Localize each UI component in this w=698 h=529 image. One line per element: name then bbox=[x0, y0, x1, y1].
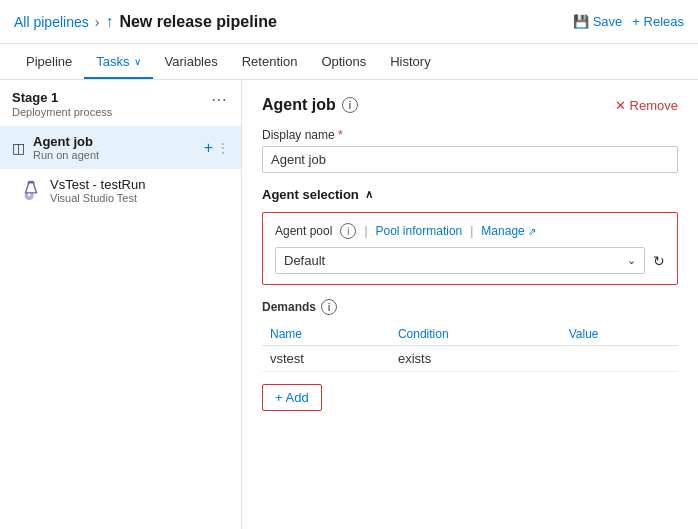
external-link-icon: ⇗ bbox=[528, 226, 536, 237]
content-area: Agent job i ✕ Remove Display name * Agen… bbox=[242, 80, 698, 529]
breadcrumb-separator: › bbox=[95, 14, 100, 30]
tab-variables[interactable]: Variables bbox=[153, 46, 230, 79]
content-header: Agent job i ✕ Remove bbox=[262, 96, 678, 114]
content-title: Agent job i bbox=[262, 96, 358, 114]
release-button[interactable]: + Releas bbox=[632, 14, 684, 29]
agent-job-info-icon[interactable]: i bbox=[342, 97, 358, 113]
pool-selected-value: Default bbox=[284, 253, 325, 268]
svg-rect-0 bbox=[28, 180, 34, 182]
col-value: Value bbox=[561, 323, 678, 346]
sep-2: | bbox=[470, 224, 473, 238]
stage-title: Stage 1 bbox=[12, 90, 112, 105]
remove-button[interactable]: ✕ Remove bbox=[615, 98, 678, 113]
display-name-label: Display name * bbox=[262, 128, 678, 142]
stage-info: Stage 1 Deployment process bbox=[12, 90, 112, 118]
agent-pool-header: Agent pool i | Pool information | Manage… bbox=[275, 223, 665, 239]
breadcrumb-all-pipelines[interactable]: All pipelines bbox=[14, 14, 89, 30]
tasks-caret: ∨ bbox=[134, 56, 141, 67]
pool-refresh-button[interactable]: ↻ bbox=[653, 253, 665, 269]
stage-sub: Deployment process bbox=[12, 106, 112, 118]
agent-job-add-button[interactable]: + bbox=[204, 139, 213, 157]
stage-ellipsis-button[interactable]: ⋯ bbox=[209, 90, 229, 109]
pool-information-link[interactable]: Pool information bbox=[376, 224, 463, 238]
vstest-title: VsTest - testRun bbox=[50, 177, 145, 192]
tab-options[interactable]: Options bbox=[309, 46, 378, 79]
manage-link[interactable]: Manage ⇗ bbox=[481, 224, 535, 238]
col-condition: Condition bbox=[390, 323, 561, 346]
vstest-info: VsTest - testRun Visual Studio Test bbox=[50, 177, 145, 204]
stage-header: Stage 1 Deployment process ⋯ bbox=[0, 80, 241, 126]
tab-history[interactable]: History bbox=[378, 46, 442, 79]
agent-job-sub: Run on agent bbox=[33, 149, 99, 161]
content-title-text: Agent job bbox=[262, 96, 336, 114]
svg-point-1 bbox=[28, 193, 31, 196]
remove-label: Remove bbox=[630, 98, 678, 113]
demands-info-icon[interactable]: i bbox=[321, 299, 337, 315]
display-name-input[interactable] bbox=[262, 146, 678, 173]
add-demand-label: + Add bbox=[275, 390, 309, 405]
display-name-required: * bbox=[338, 128, 343, 142]
save-label: Save bbox=[593, 14, 623, 29]
demands-title: Demands i bbox=[262, 299, 678, 315]
sidebar-vstest[interactable]: VsTest - testRun Visual Studio Test bbox=[0, 169, 241, 212]
demand-condition: exists bbox=[390, 346, 561, 372]
agent-pool-box: Agent pool i | Pool information | Manage… bbox=[262, 212, 678, 285]
agent-job-left: ◫ Agent job Run on agent bbox=[12, 134, 99, 161]
breadcrumb-area: All pipelines › ↑ New release pipeline bbox=[14, 13, 277, 31]
demands-table: Name Condition Value vstest exists bbox=[262, 323, 678, 372]
save-icon: 💾 bbox=[573, 14, 589, 29]
tab-pipeline[interactable]: Pipeline bbox=[14, 46, 84, 79]
vstest-sub: Visual Studio Test bbox=[50, 192, 145, 204]
drag-handle[interactable]: ⋮ bbox=[217, 141, 229, 155]
table-row: vstest exists bbox=[262, 346, 678, 372]
demand-value bbox=[561, 346, 678, 372]
pipeline-icon: ↑ bbox=[105, 13, 113, 31]
col-name: Name bbox=[262, 323, 390, 346]
agent-job-info: Agent job Run on agent bbox=[33, 134, 99, 161]
pool-select-dropdown[interactable]: Default ⌄ bbox=[275, 247, 645, 274]
remove-x-icon: ✕ bbox=[615, 98, 626, 113]
agent-selection-chevron[interactable]: ∧ bbox=[365, 188, 373, 201]
pipeline-title: New release pipeline bbox=[119, 13, 276, 31]
nav-tabs: Pipeline Tasks ∨ Variables Retention Opt… bbox=[0, 44, 698, 80]
vstest-flask-icon bbox=[20, 180, 42, 202]
main-layout: Stage 1 Deployment process ⋯ ◫ Agent job… bbox=[0, 80, 698, 529]
sidebar: Stage 1 Deployment process ⋯ ◫ Agent job… bbox=[0, 80, 242, 529]
top-bar-actions: 💾 Save + Releas bbox=[573, 14, 684, 29]
save-button[interactable]: 💾 Save bbox=[573, 14, 623, 29]
demand-name: vstest bbox=[262, 346, 390, 372]
agent-job-title: Agent job bbox=[33, 134, 99, 149]
top-bar: All pipelines › ↑ New release pipeline 💾… bbox=[0, 0, 698, 44]
tab-retention[interactable]: Retention bbox=[230, 46, 310, 79]
pool-select-row: Default ⌄ ↻ bbox=[275, 247, 665, 274]
tab-tasks[interactable]: Tasks ∨ bbox=[84, 46, 152, 79]
agent-selection-title: Agent selection ∧ bbox=[262, 187, 678, 202]
sep-1: | bbox=[364, 224, 367, 238]
agent-pool-info-icon[interactable]: i bbox=[340, 223, 356, 239]
sidebar-agent-job[interactable]: ◫ Agent job Run on agent + ⋮ bbox=[0, 126, 241, 169]
agent-pool-label: Agent pool bbox=[275, 224, 332, 238]
add-demand-button[interactable]: + Add bbox=[262, 384, 322, 411]
agent-job-icon: ◫ bbox=[12, 140, 25, 156]
pool-dropdown-caret: ⌄ bbox=[627, 254, 636, 267]
agent-job-actions: + ⋮ bbox=[204, 139, 229, 157]
